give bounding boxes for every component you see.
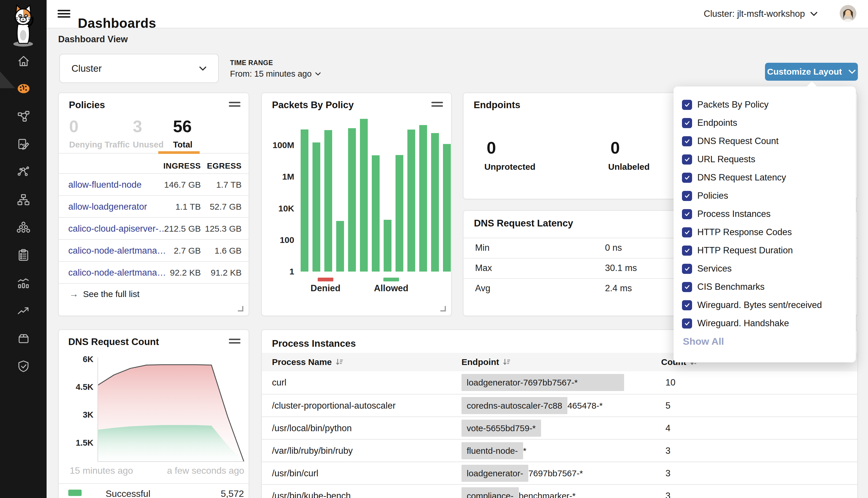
sidebar-item-policy-edit[interactable] [0,134,47,155]
resize-handle-icon[interactable] [440,306,446,312]
dashboard-view-value: Cluster [72,63,102,74]
packets-card-title: Packets By Policy [272,100,354,110]
menu-item-endpoints[interactable]: Endpoints [674,114,856,132]
menu-item-dns-request-count[interactable]: DNS Request Count [674,132,856,150]
menu-item-label: Packets By Policy [697,100,768,110]
sidebar-item-package-box[interactable] [0,328,47,349]
sidebar-item-network-nodes[interactable] [0,161,47,182]
policies-card-title: Policies [69,100,105,110]
column-header-ingress: INGRESS [163,161,201,171]
drag-handle-icon[interactable] [431,102,443,107]
checkbox-checked-icon[interactable] [682,209,692,219]
policy-egress-value: 125.3 GB [205,224,242,234]
checkbox-checked-icon[interactable] [682,136,692,146]
svg-text:6K: 6K [83,355,93,364]
menu-item-policies[interactable]: Policies [674,187,856,205]
policy-link[interactable]: allow-loadgenerator [68,201,147,212]
menu-item-cis-benchmarks[interactable]: CIS Benchmarks [674,278,856,296]
menu-item-process-instances[interactable]: Process Instances [674,205,856,223]
page-title: Dashboards [78,15,156,31]
checkbox-checked-icon[interactable] [682,227,692,237]
policy-link[interactable]: calico-node-alertmana… [68,246,166,256]
endpoint-chip: vote-5655bd759-* [462,423,541,433]
calico-cat-logo [7,3,40,48]
chevron-down-icon [848,69,856,74]
menu-item-label: DNS Request Latency [697,172,786,183]
checkbox-checked-icon[interactable] [682,318,692,329]
sidebar-item-service-graph[interactable] [0,106,47,127]
policy-row: allow-fluentd-node146.7 GB1.7 TB [59,173,248,196]
sidebar [0,0,47,498]
sidebar-item-trend-arrow[interactable] [0,300,47,321]
endpoints-card-title: Endpoints [474,100,520,110]
sidebar-item-sitemap[interactable] [0,189,47,210]
checkbox-checked-icon[interactable] [682,173,692,183]
policy-link[interactable]: calico-cloud-apiserver-… [68,224,168,234]
drag-handle-icon[interactable] [229,102,241,107]
menu-item-label: HTTP Response Codes [697,227,792,237]
stat-total[interactable]: 56 Total [173,118,192,149]
checkbox-checked-icon[interactable] [682,155,692,165]
menu-item-wireguard-bytes-sent-received[interactable]: Wireguard. Bytes sent/received [674,296,856,314]
column-header-endpoint[interactable]: Endpoint [462,357,511,367]
menu-item-http-request-duration[interactable]: HTTP Request Duration [674,241,856,259]
policy-egress-value: 1.7 TB [216,180,242,190]
menu-item-dns-request-latency[interactable]: DNS Request Latency [674,169,856,186]
resize-handle-icon[interactable] [238,306,243,312]
see-full-list-link[interactable]: → See the full list [69,289,140,299]
avatar[interactable] [840,5,856,22]
menu-item-label: Wireguard. Handshake [697,318,789,329]
show-all-button[interactable]: Show All [683,336,724,347]
menu-item-url-requests[interactable]: URL Requests [674,150,856,168]
sidebar-item-compliance-clipboard[interactable] [0,245,47,265]
checkbox-checked-icon[interactable] [682,246,692,255]
policy-ingress-value: 146.7 GB [164,180,201,190]
trend-arrow-icon [17,304,30,317]
process-name: /cluster-proportional-autoscaler [272,401,396,411]
divider [59,283,248,284]
drag-handle-icon[interactable] [229,339,241,343]
hamburger-menu-icon[interactable] [57,8,72,19]
policy-link[interactable]: calico-node-alertmana… [68,267,166,278]
svg-text:100M: 100M [273,140,294,150]
sidebar-item-dashboard-gauge[interactable] [0,78,47,99]
stat-unused[interactable]: 3 Unused [133,118,164,149]
svg-text:100: 100 [280,235,294,245]
checkbox-checked-icon[interactable] [682,118,692,128]
checkbox-checked-icon[interactable] [682,300,692,310]
sidebar-item-workload-cluster[interactable] [0,217,47,238]
endpoint-chip: fluentd-node-* [462,446,526,456]
customize-layout-label: Customize Layout [767,67,842,77]
menu-item-label: CIS Benchmarks [697,282,765,292]
network-nodes-icon [17,166,30,179]
sidebar-item-metrics-chart[interactable] [0,272,47,293]
checkbox-checked-icon[interactable] [682,100,692,110]
sitemap-icon [17,193,30,206]
svg-text:15 minutes ago: 15 minutes ago [70,465,133,476]
dashboard-view-select[interactable]: Cluster [59,54,219,83]
column-header-process-name[interactable]: Process Name [272,357,344,367]
menu-item-packets-by-policy[interactable]: Packets By Policy [674,96,856,114]
checkbox-checked-icon[interactable] [682,264,692,274]
checkbox-checked-icon[interactable] [682,282,692,292]
policy-row: calico-cloud-apiserver-…212.5 GB125.3 GB [59,217,248,240]
sidebar-item-shield-check[interactable] [0,356,47,377]
policy-link[interactable]: allow-fluentd-node [68,180,142,190]
process-row: /usr/bin/curlloadgenerator-7697bb7567-*3 [262,461,857,485]
menu-item-http-response-codes[interactable]: HTTP Response Codes [674,223,856,241]
policy-ingress-value: 212.5 GB [164,224,201,234]
policy-egress-value: 91.2 KB [211,268,242,278]
cluster-selector[interactable]: Cluster: jlt-msft-workshop [702,7,819,21]
divider [59,153,248,154]
sidebar-item-home[interactable] [0,50,47,71]
menu-item-wireguard-handshake[interactable]: Wireguard. Handshake [674,314,856,332]
menu-item-label: Process Instances [697,209,770,219]
process-count: 3 [665,468,670,479]
stat-denying-traffic[interactable]: 0 Denying Traffic [69,118,130,149]
customize-layout-button[interactable]: Customize Layout [765,63,858,81]
section-label: Dashboard View [58,34,128,44]
time-range-picker[interactable]: TIME RANGE From: 15 minutes ago [230,59,321,79]
process-count: 10 [665,377,675,388]
menu-item-services[interactable]: Services [674,260,856,278]
checkbox-checked-icon[interactable] [682,191,692,201]
